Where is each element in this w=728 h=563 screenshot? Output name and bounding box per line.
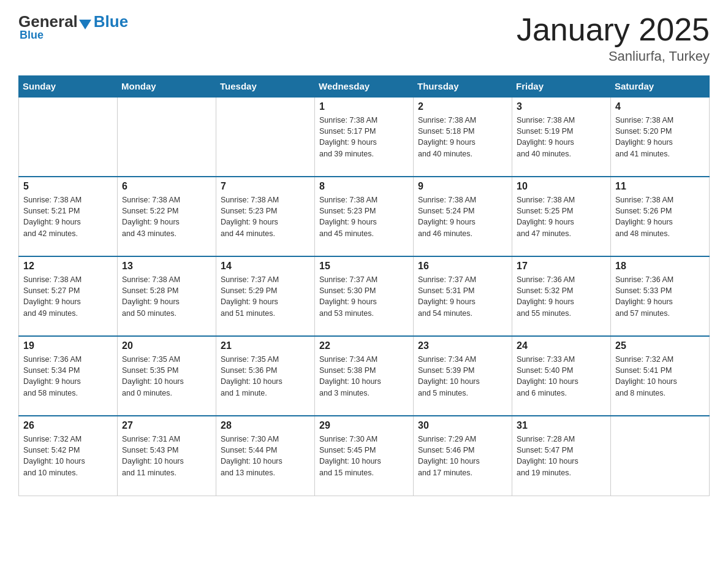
- day-number: 8: [319, 181, 409, 192]
- header-monday: Monday: [118, 76, 216, 98]
- day-info: Sunrise: 7:38 AM Sunset: 5:23 PM Dayligh…: [221, 194, 310, 239]
- page-header: General Blue Blue January 2025 Sanliurfa…: [18, 12, 710, 64]
- week-row-5: 26Sunrise: 7:32 AM Sunset: 5:42 PM Dayli…: [19, 416, 710, 496]
- day-number: 19: [23, 340, 113, 351]
- day-info: Sunrise: 7:36 AM Sunset: 5:34 PM Dayligh…: [23, 354, 113, 399]
- day-number: 22: [319, 340, 409, 351]
- calendar-cell-week4-day5: 24Sunrise: 7:33 AM Sunset: 5:40 PM Dayli…: [512, 336, 611, 416]
- day-number: 20: [122, 340, 211, 351]
- day-info: Sunrise: 7:28 AM Sunset: 5:47 PM Dayligh…: [517, 434, 606, 478]
- calendar-cell-week3-day6: 18Sunrise: 7:36 AM Sunset: 5:33 PM Dayli…: [611, 256, 710, 336]
- calendar-cell-week5-day0: 26Sunrise: 7:32 AM Sunset: 5:42 PM Dayli…: [19, 416, 118, 496]
- logo: General Blue Blue: [18, 12, 128, 42]
- day-number: 12: [23, 261, 113, 272]
- logo-blue-text: Blue: [94, 12, 128, 31]
- calendar-cell-week5-day5: 31Sunrise: 7:28 AM Sunset: 5:47 PM Dayli…: [512, 416, 611, 496]
- day-number: 6: [122, 181, 211, 192]
- day-number: 3: [517, 101, 606, 112]
- logo-sub-text: Blue: [20, 29, 44, 42]
- day-info: Sunrise: 7:35 AM Sunset: 5:36 PM Dayligh…: [221, 354, 310, 399]
- day-number: 26: [23, 420, 113, 431]
- calendar-header-row: Sunday Monday Tuesday Wednesday Thursday…: [19, 76, 710, 98]
- calendar-cell-week2-day5: 10Sunrise: 7:38 AM Sunset: 5:25 PM Dayli…: [512, 177, 611, 256]
- calendar-cell-week4-day6: 25Sunrise: 7:32 AM Sunset: 5:41 PM Dayli…: [611, 336, 710, 416]
- header-tuesday: Tuesday: [216, 76, 315, 98]
- day-number: 24: [517, 340, 606, 351]
- calendar-cell-week4-day3: 22Sunrise: 7:34 AM Sunset: 5:38 PM Dayli…: [315, 336, 414, 416]
- calendar-cell-week1-day5: 3Sunrise: 7:38 AM Sunset: 5:19 PM Daylig…: [512, 97, 611, 177]
- day-info: Sunrise: 7:31 AM Sunset: 5:43 PM Dayligh…: [122, 434, 211, 478]
- day-info: Sunrise: 7:32 AM Sunset: 5:42 PM Dayligh…: [23, 434, 113, 478]
- day-info: Sunrise: 7:38 AM Sunset: 5:22 PM Dayligh…: [122, 194, 211, 239]
- day-info: Sunrise: 7:30 AM Sunset: 5:44 PM Dayligh…: [221, 434, 310, 478]
- day-info: Sunrise: 7:38 AM Sunset: 5:19 PM Dayligh…: [517, 115, 606, 159]
- calendar-cell-week3-day2: 14Sunrise: 7:37 AM Sunset: 5:29 PM Dayli…: [216, 256, 315, 336]
- calendar-cell-week1-day3: 1Sunrise: 7:38 AM Sunset: 5:17 PM Daylig…: [315, 97, 414, 177]
- day-number: 23: [418, 340, 507, 351]
- day-number: 11: [615, 181, 705, 192]
- calendar-cell-week5-day3: 29Sunrise: 7:30 AM Sunset: 5:45 PM Dayli…: [315, 416, 414, 496]
- calendar-cell-week4-day0: 19Sunrise: 7:36 AM Sunset: 5:34 PM Dayli…: [19, 336, 118, 416]
- logo-arrow-icon: [79, 20, 91, 29]
- day-number: 14: [221, 261, 310, 272]
- header-wednesday: Wednesday: [315, 76, 414, 98]
- day-number: 10: [517, 181, 606, 192]
- calendar-cell-week1-day4: 2Sunrise: 7:38 AM Sunset: 5:18 PM Daylig…: [414, 97, 512, 177]
- week-row-4: 19Sunrise: 7:36 AM Sunset: 5:34 PM Dayli…: [19, 336, 710, 416]
- day-info: Sunrise: 7:37 AM Sunset: 5:30 PM Dayligh…: [319, 274, 409, 319]
- day-info: Sunrise: 7:38 AM Sunset: 5:28 PM Dayligh…: [122, 274, 211, 319]
- day-number: 17: [517, 261, 606, 272]
- calendar-cell-week5-day6: [611, 416, 710, 496]
- calendar-cell-week4-day1: 20Sunrise: 7:35 AM Sunset: 5:35 PM Dayli…: [118, 336, 216, 416]
- week-row-2: 5Sunrise: 7:38 AM Sunset: 5:21 PM Daylig…: [19, 177, 710, 256]
- day-number: 1: [319, 101, 409, 112]
- month-title: January 2025: [517, 12, 710, 47]
- day-info: Sunrise: 7:30 AM Sunset: 5:45 PM Dayligh…: [319, 434, 409, 478]
- day-number: 21: [221, 340, 310, 351]
- day-info: Sunrise: 7:36 AM Sunset: 5:32 PM Dayligh…: [517, 274, 606, 319]
- day-info: Sunrise: 7:38 AM Sunset: 5:17 PM Dayligh…: [319, 115, 409, 159]
- day-info: Sunrise: 7:38 AM Sunset: 5:26 PM Dayligh…: [615, 194, 705, 239]
- day-number: 27: [122, 420, 211, 431]
- day-number: 15: [319, 261, 409, 272]
- day-info: Sunrise: 7:33 AM Sunset: 5:40 PM Dayligh…: [517, 354, 606, 399]
- day-info: Sunrise: 7:38 AM Sunset: 5:25 PM Dayligh…: [517, 194, 606, 239]
- calendar-cell-week2-day4: 9Sunrise: 7:38 AM Sunset: 5:24 PM Daylig…: [414, 177, 512, 256]
- day-number: 5: [23, 181, 113, 192]
- calendar-cell-week2-day6: 11Sunrise: 7:38 AM Sunset: 5:26 PM Dayli…: [611, 177, 710, 256]
- day-number: 30: [418, 420, 507, 431]
- day-info: Sunrise: 7:34 AM Sunset: 5:39 PM Dayligh…: [418, 354, 507, 399]
- day-number: 25: [615, 340, 705, 351]
- day-info: Sunrise: 7:37 AM Sunset: 5:29 PM Dayligh…: [221, 274, 310, 319]
- calendar-cell-week2-day1: 6Sunrise: 7:38 AM Sunset: 5:22 PM Daylig…: [118, 177, 216, 256]
- location-subtitle: Sanliurfa, Turkey: [517, 48, 710, 64]
- day-info: Sunrise: 7:38 AM Sunset: 5:23 PM Dayligh…: [319, 194, 409, 239]
- week-row-1: 1Sunrise: 7:38 AM Sunset: 5:17 PM Daylig…: [19, 97, 710, 177]
- day-info: Sunrise: 7:38 AM Sunset: 5:27 PM Dayligh…: [23, 274, 113, 319]
- day-number: 2: [418, 101, 507, 112]
- calendar-cell-week2-day0: 5Sunrise: 7:38 AM Sunset: 5:21 PM Daylig…: [19, 177, 118, 256]
- day-number: 29: [319, 420, 409, 431]
- calendar-cell-week2-day3: 8Sunrise: 7:38 AM Sunset: 5:23 PM Daylig…: [315, 177, 414, 256]
- header-thursday: Thursday: [414, 76, 512, 98]
- calendar-cell-week3-day5: 17Sunrise: 7:36 AM Sunset: 5:32 PM Dayli…: [512, 256, 611, 336]
- day-info: Sunrise: 7:36 AM Sunset: 5:33 PM Dayligh…: [615, 274, 705, 319]
- header-sunday: Sunday: [19, 76, 118, 98]
- day-info: Sunrise: 7:38 AM Sunset: 5:24 PM Dayligh…: [418, 194, 507, 239]
- day-info: Sunrise: 7:37 AM Sunset: 5:31 PM Dayligh…: [418, 274, 507, 319]
- calendar-cell-week5-day4: 30Sunrise: 7:29 AM Sunset: 5:46 PM Dayli…: [414, 416, 512, 496]
- header-saturday: Saturday: [611, 76, 710, 98]
- calendar-cell-week4-day2: 21Sunrise: 7:35 AM Sunset: 5:36 PM Dayli…: [216, 336, 315, 416]
- calendar-cell-week3-day4: 16Sunrise: 7:37 AM Sunset: 5:31 PM Dayli…: [414, 256, 512, 336]
- day-number: 13: [122, 261, 211, 272]
- calendar-table: Sunday Monday Tuesday Wednesday Thursday…: [18, 75, 710, 496]
- day-number: 9: [418, 181, 507, 192]
- day-info: Sunrise: 7:34 AM Sunset: 5:38 PM Dayligh…: [319, 354, 409, 399]
- day-number: 28: [221, 420, 310, 431]
- calendar-cell-week1-day2: [216, 97, 315, 177]
- day-number: 7: [221, 181, 310, 192]
- calendar-cell-week3-day0: 12Sunrise: 7:38 AM Sunset: 5:27 PM Dayli…: [19, 256, 118, 336]
- week-row-3: 12Sunrise: 7:38 AM Sunset: 5:27 PM Dayli…: [19, 256, 710, 336]
- day-info: Sunrise: 7:32 AM Sunset: 5:41 PM Dayligh…: [615, 354, 705, 399]
- calendar-cell-week1-day0: [19, 97, 118, 177]
